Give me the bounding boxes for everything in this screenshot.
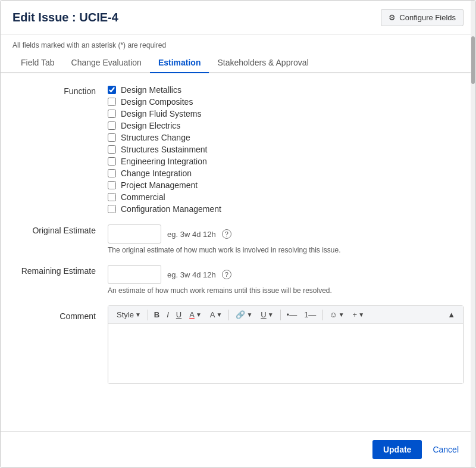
checkbox-list: Design Metallics Design Composites Desig…: [108, 85, 464, 214]
bullet-list-button[interactable]: •—: [284, 308, 300, 321]
remaining-estimate-hint: eg. 3w 4d 12h: [167, 270, 216, 279]
function-checkboxes: Design Metallics Design Composites Desig…: [108, 85, 464, 214]
update-button[interactable]: Update: [372, 440, 422, 459]
remaining-estimate-row: Remaining Estimate eg. 3w 4d 12h ? An es…: [12, 265, 464, 295]
checkbox-label: Structures Change: [121, 133, 190, 142]
emoji-icon: ☺: [329, 310, 337, 319]
list-item[interactable]: Engineering Integration: [108, 157, 464, 166]
underline-u-icon: U: [261, 310, 266, 319]
link-icon: 🔗: [236, 310, 245, 319]
font-chevron-icon: ▼: [216, 311, 222, 318]
list-item[interactable]: Change Integration: [108, 169, 464, 178]
remaining-estimate-input[interactable]: [108, 265, 161, 284]
link-dropdown[interactable]: 🔗 ▼: [232, 308, 256, 321]
checkbox-commercial[interactable]: [108, 193, 116, 201]
checkbox-label: Commercial: [121, 192, 165, 202]
original-estimate-content: eg. 3w 4d 12h ? The original estimate of…: [108, 224, 464, 254]
list-item[interactable]: Design Electrics: [108, 121, 464, 130]
numbered-list-button[interactable]: 1—: [301, 308, 319, 321]
original-estimate-label: Original Estimate: [12, 224, 108, 235]
toolbar-separator-3: [280, 310, 281, 320]
comment-row: Comment Style ▼ B I U A ▼: [12, 305, 464, 384]
more-dropdown[interactable]: U ▼: [257, 308, 277, 321]
style-chevron-icon: ▼: [135, 311, 141, 318]
checkbox-design-metallics[interactable]: [108, 86, 116, 94]
checkbox-label: Design Fluid Systems: [121, 109, 201, 118]
configure-fields-button[interactable]: ⚙ Configure Fields: [381, 9, 464, 26]
list-item[interactable]: Structures Change: [108, 133, 464, 142]
list-item[interactable]: Design Composites: [108, 97, 464, 107]
comment-editor: Style ▼ B I U A ▼ A ▼: [108, 305, 464, 384]
text-color-chevron-icon: ▼: [196, 311, 202, 318]
checkbox-project-management[interactable]: [108, 181, 116, 189]
comment-label: Comment: [12, 305, 108, 321]
tab-stakeholders[interactable]: Stakeholders & Approval: [209, 53, 317, 73]
original-estimate-input[interactable]: [108, 224, 161, 244]
style-dropdown[interactable]: Style ▼: [113, 308, 145, 321]
tabs: Field Tab Change Evaluation Estimation S…: [1, 53, 475, 73]
collapse-button[interactable]: ▲: [444, 308, 458, 321]
editor-toolbar: Style ▼ B I U A ▼ A ▼: [108, 306, 463, 324]
more2-chevron-icon: ▼: [358, 311, 364, 318]
list-item[interactable]: Design Fluid Systems: [108, 109, 464, 118]
list-item[interactable]: Project Management: [108, 180, 464, 190]
scrollbar[interactable]: [471, 1, 475, 467]
checkbox-label: Design Metallics: [121, 85, 181, 95]
estimate-row: eg. 3w 4d 12h ?: [108, 224, 464, 244]
text-color-dropdown[interactable]: A ▼: [186, 308, 205, 321]
checkbox-structures-change[interactable]: [108, 133, 116, 142]
checkbox-configuration-management[interactable]: [108, 205, 116, 213]
checkbox-engineering-integration[interactable]: [108, 157, 116, 166]
font-dropdown[interactable]: A ▼: [206, 308, 226, 321]
tab-estimation[interactable]: Estimation: [150, 53, 209, 73]
checkbox-design-electrics[interactable]: [108, 121, 116, 130]
tab-field-tab[interactable]: Field Tab: [12, 53, 63, 73]
comment-editor-area[interactable]: [108, 324, 463, 383]
original-estimate-hint: eg. 3w 4d 12h: [167, 230, 216, 239]
toolbar-separator-2: [228, 310, 229, 320]
checkbox-label: Project Management: [121, 180, 198, 190]
checkbox-design-fluid-systems[interactable]: [108, 110, 116, 118]
remaining-estimate-label: Remaining Estimate: [12, 265, 108, 276]
underline-button[interactable]: U: [173, 308, 184, 321]
original-estimate-help-icon[interactable]: ?: [222, 229, 231, 239]
numbered-list-icon: 1—: [304, 310, 316, 319]
original-estimate-row: Original Estimate eg. 3w 4d 12h ? The or…: [12, 224, 464, 254]
emoji-chevron-icon: ▼: [339, 311, 345, 318]
original-estimate-desc: The original estimate of how much work i…: [108, 246, 464, 254]
checkbox-label: Change Integration: [121, 169, 192, 178]
required-note: All fields marked with an asterisk (*) a…: [1, 35, 475, 53]
text-color-label: A: [189, 310, 195, 319]
scrollbar-thumb[interactable]: [471, 36, 475, 84]
bold-button[interactable]: B: [151, 308, 162, 321]
remaining-estimate-content: eg. 3w 4d 12h ? An estimate of how much …: [108, 265, 464, 295]
italic-button[interactable]: I: [164, 308, 172, 321]
remaining-estimate-desc: An estimate of how much work remains unt…: [108, 286, 464, 295]
cancel-button[interactable]: Cancel: [428, 440, 464, 459]
list-item[interactable]: Structures Sustainment: [108, 145, 464, 154]
plus-icon: +: [353, 310, 358, 319]
modal-body: Function Design Metallics Design Composi…: [1, 73, 475, 431]
list-item[interactable]: Design Metallics: [108, 85, 464, 95]
checkbox-structures-sustainment[interactable]: [108, 145, 116, 154]
tab-change-evaluation[interactable]: Change Evaluation: [63, 53, 150, 73]
checkbox-label: Configuration Management: [121, 204, 221, 214]
checkbox-label: Engineering Integration: [121, 157, 207, 166]
style-label: Style: [117, 310, 134, 319]
toolbar-separator: [148, 310, 148, 320]
remaining-estimate-help-icon[interactable]: ?: [222, 270, 231, 279]
modal-title: Edit Issue : UCIE-4: [12, 11, 118, 24]
emoji-dropdown[interactable]: ☺ ▼: [325, 308, 347, 321]
toolbar-separator-4: [322, 310, 322, 320]
bullet-list-icon: •—: [287, 310, 298, 319]
collapse-icon: ▲: [447, 310, 455, 319]
checkbox-label: Design Electrics: [121, 121, 180, 130]
more-chevron-icon: ▼: [268, 311, 274, 318]
checkbox-change-integration[interactable]: [108, 169, 116, 177]
checkbox-design-composites[interactable]: [108, 98, 116, 106]
list-item[interactable]: Commercial: [108, 192, 464, 202]
link-chevron-icon: ▼: [246, 311, 252, 318]
configure-fields-label: Configure Fields: [399, 13, 456, 22]
more2-dropdown[interactable]: + ▼: [349, 308, 368, 321]
list-item[interactable]: Configuration Management: [108, 204, 464, 214]
